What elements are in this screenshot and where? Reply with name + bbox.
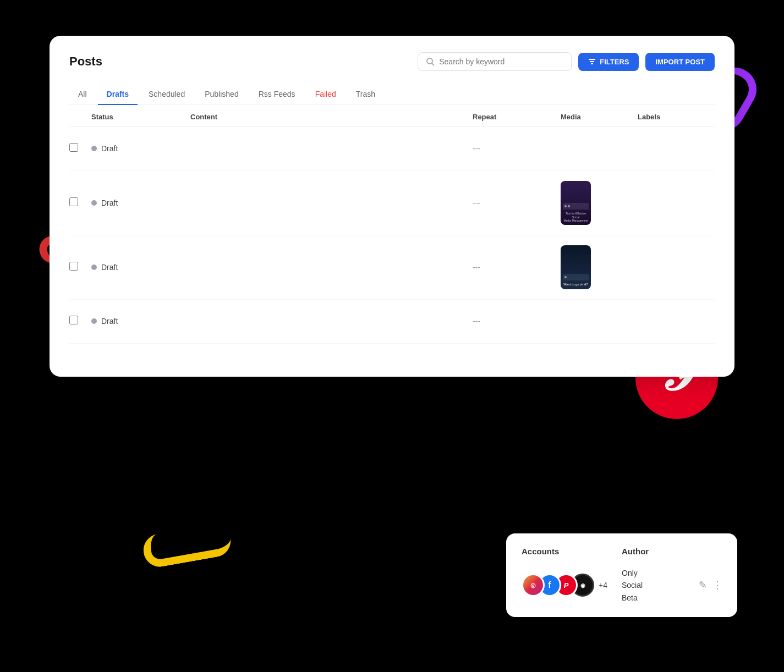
tab-published[interactable]: Published — [196, 84, 248, 105]
repeat-cell: --- — [473, 144, 561, 153]
table-header: Status Content Repeat Media Labels — [69, 105, 715, 127]
row-checkbox[interactable] — [69, 197, 78, 206]
tab-failed[interactable]: Failed — [306, 84, 345, 105]
status-label: Draft — [101, 263, 118, 272]
search-input[interactable] — [439, 57, 563, 66]
status-cell: Draft — [91, 263, 190, 272]
col-header-content: Content — [190, 113, 473, 121]
status-dot — [91, 146, 97, 151]
media-thumbnail: Tips for Effective SocialMedia Managemen… — [561, 181, 591, 225]
tab-all[interactable]: All — [69, 84, 96, 105]
social-icons-cluster: ◎ f P ◉ +4 — [522, 574, 622, 597]
header-actions: FILTERS IMPORT POST — [418, 52, 715, 71]
more-options-icon[interactable]: ⋮ — [712, 579, 722, 591]
author-info: Only Social Beta — [622, 567, 643, 604]
table-row: Draft --- Want to go viral? — [69, 235, 715, 300]
col-header-media: Media — [561, 113, 638, 121]
status-label: Draft — [101, 317, 118, 326]
status-dot — [91, 200, 97, 206]
media-thumbnail: Want to go viral? — [561, 245, 591, 289]
import-post-button[interactable]: IMPORT POST — [645, 53, 715, 71]
accounts-card: Accounts Author ◎ f P ◉ +4 Only Social — [506, 533, 737, 617]
tabs-bar: All Drafts Scheduled Published Rss Feeds… — [69, 84, 715, 105]
status-cell: Draft — [91, 317, 190, 326]
status-cell: Draft — [91, 199, 190, 207]
author-section: Only Social Beta ✎ ⋮ — [622, 567, 722, 604]
repeat-cell: --- — [473, 263, 561, 272]
author-line-2: Social — [622, 579, 643, 591]
author-label: Author — [622, 547, 722, 556]
repeat-cell: --- — [473, 317, 561, 326]
status-dot — [91, 265, 97, 270]
col-header-labels: Labels — [638, 113, 715, 121]
author-actions: ✎ ⋮ — [699, 579, 722, 591]
posts-table: Status Content Repeat Media Labels Draft… — [69, 105, 715, 344]
yellow-decoration — [141, 522, 233, 570]
main-panel: Posts FILTERS IMPORT POST — [50, 36, 734, 377]
repeat-cell: --- — [473, 199, 561, 207]
media-cell: Want to go viral? — [561, 245, 638, 289]
accounts-label: Accounts — [522, 547, 622, 556]
table-row: Draft --- Tips for Effective SocialMedia… — [69, 171, 715, 235]
col-header-status: Status — [91, 113, 190, 121]
author-line-3: Beta — [622, 592, 643, 604]
filters-button[interactable]: FILTERS — [578, 53, 639, 71]
accounts-row: ◎ f P ◉ +4 Only Social Beta ✎ ⋮ — [522, 567, 722, 604]
svg-point-0 — [427, 58, 432, 64]
accounts-card-header: Accounts Author — [522, 547, 722, 556]
tab-rss-feeds[interactable]: Rss Feeds — [250, 84, 304, 105]
edit-icon[interactable]: ✎ — [699, 579, 707, 591]
search-box[interactable] — [418, 52, 572, 71]
media-cell: Tips for Effective SocialMedia Managemen… — [561, 181, 638, 225]
status-label: Draft — [101, 144, 118, 153]
row-checkbox[interactable] — [69, 316, 78, 324]
thumb-text: Tips for Effective SocialMedia Managemen… — [563, 212, 589, 223]
tab-drafts[interactable]: Drafts — [98, 84, 138, 105]
row-checkbox[interactable] — [69, 262, 78, 271]
filter-icon — [588, 58, 596, 65]
thumb-text: Want to go viral? — [563, 283, 588, 287]
table-row: Draft --- — [69, 127, 715, 171]
table-row: Draft --- — [69, 300, 715, 344]
status-cell: Draft — [91, 144, 190, 153]
author-line-1: Only — [622, 567, 643, 579]
row-checkbox[interactable] — [69, 143, 78, 152]
plus-count: +4 — [599, 581, 607, 590]
status-dot — [91, 318, 97, 324]
col-header-repeat: Repeat — [473, 113, 561, 121]
page-title: Posts — [69, 54, 102, 69]
status-label: Draft — [101, 199, 118, 207]
tab-trash[interactable]: Trash — [347, 84, 384, 105]
tab-scheduled[interactable]: Scheduled — [140, 84, 194, 105]
card-header: Posts FILTERS IMPORT POST — [69, 52, 715, 71]
search-icon — [426, 57, 435, 66]
